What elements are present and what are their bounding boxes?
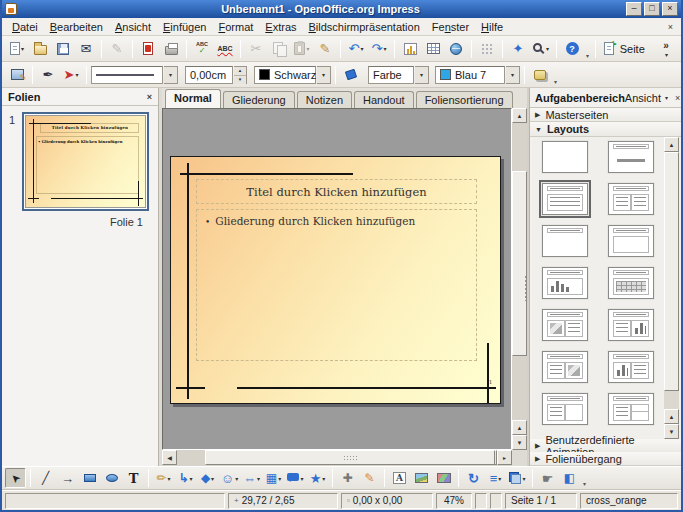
tab-normal[interactable]: Normal [165,89,221,108]
cut-button[interactable]: ✂ [245,38,267,60]
line-width-input[interactable]: 0,00cm [185,66,233,84]
section-animation[interactable]: ▶ Benutzerdefinierte Animation [530,439,681,453]
help-button[interactable]: ? [561,38,583,60]
ellipse-tool[interactable] [101,468,122,488]
print-button[interactable] [160,38,182,60]
menu-bearbeiten[interactable]: Bearbeiten [44,19,109,35]
layout-title-table[interactable] [608,267,654,299]
toolbar-options-icon[interactable]: ▾ [586,52,589,59]
gallery-button[interactable] [433,468,454,488]
layout-title-two-content[interactable] [608,183,654,215]
toolbar-overflow-button[interactable]: » ▾ [655,38,677,60]
glue-points-button[interactable]: ✎ [359,468,380,488]
layout-title-empty-content[interactable] [608,225,654,257]
layout-text-clipart[interactable] [542,351,588,383]
hscroll-thumb[interactable] [205,450,495,465]
arrow-style-button[interactable]: ➤▾ [60,64,82,86]
save-button[interactable] [52,38,74,60]
scroll-left-button[interactable]: ◀ [162,450,177,465]
scroll-down-button[interactable]: ▼ [512,435,527,450]
layouts-scroll-up[interactable]: ▲ [664,137,679,152]
arrange-button[interactable]: ▾ [507,468,528,488]
tab-foliensortierung[interactable]: Foliensortierung [416,91,513,108]
vscroll-thumb[interactable] [512,171,527,356]
minimize-button[interactable]: – [626,2,642,16]
basic-shapes-tool[interactable]: ◆▾ [197,468,218,488]
menu-ansicht[interactable]: Ansicht [109,19,157,35]
scroll-right-button[interactable]: ▸ [497,450,512,465]
menu-datei[interactable]: Datei [6,19,44,35]
view-menu[interactable]: Ansicht [625,92,661,104]
slide-thumbnail[interactable]: Titel durch Klicken hinzufügen • Glieder… [22,112,149,211]
edit-points-mode-button[interactable]: ✎ [6,64,28,86]
edit-file-button[interactable]: ✎ [106,38,128,60]
auto-spellcheck-button[interactable]: ABC [214,38,236,60]
tab-gliederung[interactable]: Gliederung [223,91,295,108]
block-arrows-tool[interactable]: ⇔▾ [241,468,262,488]
layout-blank[interactable] [542,141,588,173]
edit-points-button[interactable]: ✚ [337,468,358,488]
toolbar-options-icon[interactable]: ▾ [583,480,586,487]
layouts-scrollbar[interactable]: ▲ ▲ ▼ [664,137,679,439]
maximize-button[interactable]: □ [644,2,660,16]
status-zoom-cell[interactable]: 47% [436,493,472,509]
layout-text-two-boxes[interactable] [608,393,654,425]
new-document-button[interactable]: ▾ [6,38,28,60]
rotate-button[interactable]: ↻ [463,468,484,488]
export-pdf-button[interactable] [137,38,159,60]
layouts-scroll-up-2[interactable]: ▲ [664,409,679,424]
layout-text-chart[interactable] [608,309,654,341]
select-tool[interactable]: ➤ [5,468,26,488]
insert-table-button[interactable] [422,38,444,60]
symbol-shapes-tool[interactable]: ☺▾ [219,468,240,488]
section-masterseiten[interactable]: ▶ Masterseiten [530,108,681,122]
display-grid-button[interactable] [476,38,498,60]
layout-clipart-text[interactable] [542,309,588,341]
extrusion-button[interactable]: ◧ [559,468,580,488]
menu-format[interactable]: Format [212,19,259,35]
zoom-button[interactable]: ▾ [530,38,552,60]
tab-handout[interactable]: Handout [354,91,414,108]
fill-color-dropdown[interactable]: ▾ [506,66,520,84]
layout-title-chart[interactable] [542,267,588,299]
layout-chart-text[interactable] [608,351,654,383]
menu-hilfe[interactable]: Hilfe [475,19,509,35]
menu-bildschirmpraesentation[interactable]: Bildschirmpräsentation [303,19,426,35]
fontwork-button[interactable]: A [389,468,410,488]
scroll-up-button[interactable]: ▲ [512,108,527,123]
line-dialog-button[interactable]: ✒ [37,64,59,86]
email-button[interactable]: ✉ [75,38,97,60]
close-button[interactable]: × [662,2,678,16]
area-dialog-button[interactable] [340,64,362,86]
navigator-button[interactable]: ✦ [507,38,529,60]
shadow-toggle-button[interactable] [529,64,551,86]
connector-tool[interactable]: ↳▾ [175,468,196,488]
rectangle-tool[interactable] [79,468,100,488]
view-menu-caret-icon[interactable]: ▾ [665,94,668,101]
alignment-button[interactable]: ≡▾ [485,468,506,488]
redo-button[interactable]: ↷▾ [368,38,390,60]
format-paintbrush-button[interactable]: ✎ [314,38,336,60]
stars-tool[interactable]: ★▾ [307,468,328,488]
close-document-icon[interactable]: × [664,22,677,32]
hyperlink-button[interactable] [445,38,467,60]
menu-einfuegen[interactable]: Einfügen [157,19,212,35]
title-placeholder[interactable]: Titel durch Klicken hinzufügen [196,179,477,204]
insert-picture-button[interactable] [411,468,432,488]
text-tool[interactable]: T [123,468,144,488]
edit-canvas[interactable]: Titel durch Klicken hinzufügen •Gliederu… [162,108,512,450]
insert-chart-button[interactable] [399,38,421,60]
tab-notizen[interactable]: Notizen [297,91,352,108]
interaction-button[interactable]: ☛ [537,468,558,488]
copy-button[interactable] [268,38,290,60]
toolbar-options-icon[interactable]: ▾ [554,78,557,85]
line-style-dropdown[interactable]: ▾ [164,66,178,84]
layout-text-empty[interactable] [542,393,588,425]
line-tool[interactable]: ╱ [35,468,56,488]
line-width-stepper[interactable]: ▲▼ [234,66,247,84]
horizontal-scrollbar[interactable]: ◀ ◂ ▸ [162,450,512,466]
scroll-up-button-2[interactable]: ▲ [512,420,527,435]
section-transition[interactable]: ▶ Folienübergang [530,452,681,466]
slides-panel-close-icon[interactable]: × [147,92,152,102]
curve-tool[interactable]: ✏▾ [153,468,174,488]
